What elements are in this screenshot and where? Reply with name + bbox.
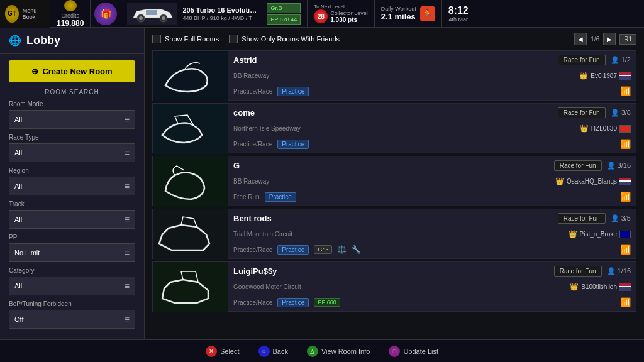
room-item[interactable]: LuigiPu$$y Race for Fun 👤 1/16 Goodwood … <box>152 261 636 312</box>
bar-chart-icon: 📶 <box>620 244 631 255</box>
credits-block: Credits 119,880 <box>50 0 91 28</box>
scale-icon: ⚖️ <box>337 245 347 254</box>
filter-pp-icon: ≡ <box>125 248 130 258</box>
room-players: 👤 3/16 <box>607 162 631 170</box>
room-bot-row: Free Run Practice 📶 <box>233 192 631 202</box>
filter-bop-select[interactable]: Off ≡ <box>9 310 135 329</box>
page-info: 1/6 <box>591 36 599 43</box>
flag-us <box>619 72 631 80</box>
room-players: 👤 3/8 <box>611 109 631 117</box>
mystery-gift-icon[interactable]: 🎁 <box>94 3 117 25</box>
room-badges: Race for Fun 👤 1/2 <box>558 55 631 65</box>
time-display: 8:12 <box>448 5 469 16</box>
filter-room-mode-select[interactable]: All ≡ <box>9 110 135 129</box>
pagination: ◀ 1/6 ▶ R1 <box>574 33 636 45</box>
flag-vn <box>619 125 631 133</box>
race-for-fun-badge: Race for Fun <box>558 107 606 118</box>
time-date: 4th Mar <box>448 16 468 23</box>
host-name: Pist_n_Broke <box>580 231 617 238</box>
car-thumbnail <box>127 3 177 25</box>
time-block: 8:12 4th Mar <box>442 0 475 28</box>
view-room-action[interactable]: △ View Room Info <box>307 346 370 357</box>
credits-icon <box>64 0 77 11</box>
room-track: Goodwood Motor Circuit <box>233 283 301 290</box>
room-search-label: ROOM SEARCH <box>0 89 144 96</box>
level-circle: 28 <box>314 9 328 23</box>
credits-amount: 119,880 <box>57 19 84 28</box>
room-bot-row: Practice/Race Practice 📶 <box>233 86 631 96</box>
race-for-fun-badge: Race for Fun <box>558 55 606 65</box>
room-track: Trial Mountain Circuit <box>233 231 292 238</box>
room-bot-row: Practice/Race Practice Gr.3 ⚖️ 🔧 📶 <box>233 244 631 255</box>
room-bot-row: Practice/Race Practice PP 660 📶 <box>233 297 631 307</box>
filter-room-mode-icon: ≡ <box>125 114 130 124</box>
filter-region-select[interactable]: All ≡ <box>9 177 135 195</box>
triangle-button-icon: △ <box>307 346 318 357</box>
crown-icon: 👑 <box>570 283 579 291</box>
room-mid-row: BB Raceway 👑 Ev0l1987 <box>233 72 631 80</box>
svg-rect-9 <box>153 209 228 260</box>
filter-race-type-icon: ≡ <box>125 148 130 158</box>
practice-badge: Practice <box>277 245 309 255</box>
bar-chart-icon: 📶 <box>620 192 631 202</box>
create-room-icon: ⊕ <box>31 67 38 76</box>
select-label: Select <box>220 348 240 355</box>
room-body: come Race for Fun 👤 3/8 Northern Isle Sp… <box>228 104 636 153</box>
flag-au <box>619 231 631 238</box>
car-block[interactable]: 205 Turbo 16 Evolution... 448 BHP / 910 … <box>121 0 308 28</box>
filter-pp-select[interactable]: No Limit ≡ <box>9 243 135 262</box>
filter-region-label: Region <box>9 167 135 174</box>
room-list: Astrid Race for Fun 👤 1/2 BB Raceway 👑 E… <box>152 50 636 312</box>
room-track: Northern Isle Speedway <box>233 125 301 132</box>
filter-pp-value: No Limit <box>14 249 40 256</box>
practice-badge: Practice <box>277 298 309 307</box>
menu-section[interactable]: GT Menu Book <box>0 0 50 28</box>
next-page-button[interactable]: ▶ <box>603 33 616 45</box>
show-full-rooms-checkbox[interactable]: Show Full Rooms <box>152 35 219 43</box>
select-action[interactable]: ✕ Select <box>206 346 240 357</box>
filter-track-select[interactable]: All ≡ <box>9 210 135 229</box>
filter-race-type-select[interactable]: All ≡ <box>9 143 135 162</box>
filter-race-type-label: Race Type <box>9 134 135 141</box>
gt-logo: GT <box>5 5 19 23</box>
room-thumbnail <box>153 262 228 312</box>
room-body: Bent rods Race for Fun 👤 3/5 Trial Mount… <box>228 209 636 258</box>
filter-bop-icon: ≡ <box>125 314 130 324</box>
back-action[interactable]: ○ Back <box>258 346 288 357</box>
prev-page-button[interactable]: ◀ <box>574 33 587 45</box>
room-item[interactable]: come Race for Fun 👤 3/8 Northern Isle Sp… <box>152 103 636 153</box>
room-item[interactable]: Bent rods Race for Fun 👤 3/5 Trial Mount… <box>152 209 636 259</box>
svg-point-4 <box>162 16 165 20</box>
create-room-button[interactable]: ⊕ Create New Room <box>9 60 135 82</box>
room-name: LuigiPu$$y <box>233 266 277 276</box>
room-players: 👤 1/2 <box>611 56 631 64</box>
room-mode: Practice/Race <box>233 141 272 148</box>
daily-block: Daily Workout 2.1 miles 🏃 <box>375 0 442 28</box>
room-item[interactable]: Astrid Race for Fun 👤 1/2 BB Raceway 👑 E… <box>152 50 636 101</box>
host-name: B100tlishiloh <box>581 283 617 290</box>
create-room-label: Create New Room <box>42 67 112 76</box>
bar-chart-icon: 📶 <box>620 139 631 149</box>
room-bot-row: Practice/Race Practice 📶 <box>233 139 631 149</box>
room-players: 👤 1/16 <box>607 267 631 275</box>
filter-category-select[interactable]: All ≡ <box>9 277 135 295</box>
room-name: G <box>233 161 240 170</box>
filter-region-icon: ≡ <box>125 181 130 191</box>
room-players: 👤 3/5 <box>611 214 631 222</box>
main-layout: 🌐 Lobby ⊕ Create New Room ROOM SEARCH Ro… <box>0 28 644 339</box>
room-host: 👑 Ev0l1987 <box>579 72 631 80</box>
pp-660-badge: PP 660 <box>314 298 340 307</box>
show-friends-checkbox[interactable]: Show Only Rooms With Friends <box>229 35 340 43</box>
collector-level: 28 Collector Level 1,030 pts <box>314 9 368 23</box>
flag-us <box>619 178 631 185</box>
svg-rect-5 <box>146 10 157 15</box>
room-item[interactable]: G Race for Fun 👤 3/16 BB Raceway 👑 Osaka… <box>152 156 636 206</box>
car-info: 205 Turbo 16 Evolution... 448 BHP / 910 … <box>182 6 258 21</box>
svg-rect-6 <box>153 51 228 101</box>
room-thumbnail <box>153 51 228 101</box>
credits-label: Credits <box>61 13 79 19</box>
show-friends-checkbox-box[interactable] <box>229 35 238 43</box>
crown-icon: 👑 <box>569 230 577 238</box>
show-full-checkbox-box[interactable] <box>152 35 161 43</box>
update-action[interactable]: □ Update List <box>389 346 438 357</box>
